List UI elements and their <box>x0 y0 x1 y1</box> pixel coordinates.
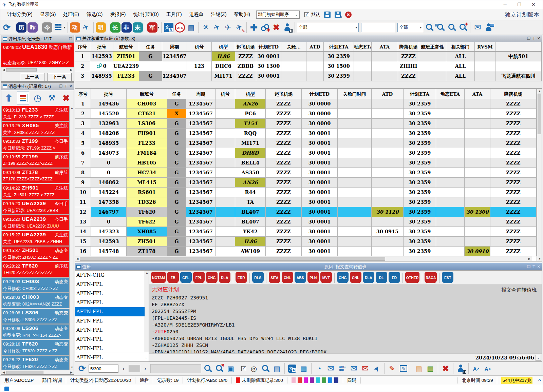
message-type-button[interactable]: NOTAM <box>151 272 166 283</box>
message-type-button[interactable]: RLS <box>252 272 264 283</box>
cell[interactable]: BELL4 <box>235 158 266 168</box>
cell[interactable]: YK42 <box>235 227 266 237</box>
cell[interactable] <box>436 99 465 109</box>
message-item[interactable]: 09:13:33ZT199今日手今日新记录: ZT199: ZZZZ > <box>1 137 70 152</box>
cell[interactable]: 149436 <box>91 99 127 109</box>
cell[interactable]: G <box>167 197 186 207</box>
cell[interactable]: 飞龙通航在四川 <box>495 71 542 81</box>
message-item[interactable]: 09:15:27UEA2239关注航关注: UEA2239: ZBBB > ZH… <box>1 231 70 246</box>
column-header[interactable]: ATD <box>306 42 324 52</box>
cell[interactable]: ZZZZ <box>266 148 302 158</box>
table-row[interactable]: 3132963LS306G1234567T154ZZZZ30 000030 23… <box>75 119 537 129</box>
message-type-button[interactable]: DL <box>376 272 387 283</box>
cell[interactable] <box>372 188 404 197</box>
scroll-right-icon[interactable]: ▶ <box>69 371 74 374</box>
chg-fpl-icon[interactable]: CHG FPL <box>337 363 347 374</box>
cell[interactable] <box>372 247 404 256</box>
cell[interactable] <box>465 138 490 148</box>
printer-icon[interactable]: ▦ <box>299 363 309 374</box>
cell[interactable] <box>436 129 465 138</box>
cell[interactable]: 7 <box>75 158 91 168</box>
cell[interactable] <box>216 217 235 227</box>
cell[interactable] <box>495 61 542 71</box>
table-row[interactable]: 130TF622G1234567BL407ZZZZ30 000130 2359Z… <box>75 217 537 227</box>
cell[interactable]: R44 <box>235 188 266 197</box>
cell[interactable] <box>187 71 212 81</box>
crosshair-icon[interactable]: ◎ <box>249 363 259 374</box>
cell[interactable]: ZZZZ <box>266 237 302 247</box>
cell[interactable] <box>436 178 465 188</box>
edit-document-icon[interactable]: ✎ <box>398 363 409 374</box>
search-icon[interactable] <box>203 363 213 374</box>
cell[interactable] <box>475 61 495 71</box>
cell[interactable]: 4 <box>75 129 91 138</box>
cell[interactable]: G <box>167 168 186 178</box>
column-header[interactable]: 周期 <box>186 89 216 99</box>
cell[interactable]: 13 <box>75 217 91 227</box>
cell[interactable]: ZZZZ <box>266 207 302 217</box>
table-row[interactable]: 4148206FH901G1234567RQQZZZZ30 000130 235… <box>75 129 537 138</box>
cell[interactable] <box>354 52 372 61</box>
cell[interactable]: 3 <box>75 71 90 81</box>
message-type-button[interactable]: CNL <box>350 272 361 283</box>
cell[interactable] <box>338 237 372 247</box>
cell[interactable] <box>216 247 235 256</box>
cell[interactable]: ZHHH <box>398 61 419 71</box>
cell[interactable]: 132963 <box>91 119 127 129</box>
menu-dispatch[interactable]: 发报(F) <box>107 10 129 19</box>
cell[interactable]: 1234567 <box>162 71 187 81</box>
translate-icon[interactable]: 文A <box>164 22 174 33</box>
message-item[interactable]: 09:15:20UEA2239今日手今日新记录: UEA2239: ZBBB <box>1 199 70 215</box>
cell[interactable]: ZZZZ <box>266 109 302 119</box>
duty-list-item[interactable]: AFTN-FPL <box>75 326 145 335</box>
history-plan-button[interactable]: 历 <box>16 22 26 33</box>
table-row[interactable]: 20UEA2239123DHC6ZBBB30 130030 1500ZHHHAL… <box>75 61 542 71</box>
table-row[interactable]: 15142593ZH501G1234567IL86ZZZZ30 000130 2… <box>75 237 537 247</box>
menu-process[interactable]: 处理(E) <box>60 10 82 19</box>
font-enlarge-icon[interactable]: A↗ <box>471 363 481 374</box>
cell[interactable]: RQQ <box>235 129 266 138</box>
cell[interactable]: 146797 <box>91 207 127 217</box>
cell[interactable]: 146862 <box>91 178 127 188</box>
column-header[interactable]: ATD <box>372 89 404 99</box>
cell[interactable] <box>162 61 187 71</box>
search-icon[interactable] <box>260 363 270 374</box>
menu-display[interactable]: 显示(S) <box>37 10 59 19</box>
cell[interactable] <box>372 52 398 61</box>
column-header[interactable]: 航班正常性 <box>419 42 446 52</box>
tomorrow-plan-button[interactable]: 明 <box>96 22 106 33</box>
message-type-button[interactable]: DLA <box>363 272 374 283</box>
record-counter-input[interactable] <box>89 365 118 373</box>
column-header[interactable]: 动态ETA <box>436 89 465 99</box>
cell[interactable]: LS306 <box>127 119 167 129</box>
menu-help[interactable]: 帮助(H) <box>231 10 254 19</box>
cell[interactable] <box>436 148 465 158</box>
cell[interactable] <box>216 119 235 129</box>
cell[interactable]: 30 2359 <box>404 188 436 197</box>
cell[interactable]: 1234567 <box>186 158 216 168</box>
cell[interactable]: 148935 <box>91 138 127 148</box>
cell[interactable]: ZZZZ <box>266 178 302 188</box>
cell[interactable]: 30 2359 <box>404 138 436 148</box>
cell[interactable]: 30 2359 <box>404 237 436 247</box>
cell[interactable] <box>216 178 235 188</box>
cell[interactable]: FH901 <box>127 129 167 138</box>
cell[interactable]: 0 <box>91 217 127 227</box>
clock-icon[interactable]: ◷ <box>31 92 43 104</box>
paper-plane-icon[interactable]: ✈ <box>81 22 91 33</box>
cell[interactable] <box>216 148 235 158</box>
message-item[interactable]: 09:28:22TF620动态变今日修改: TF620: ZZZZ > ZZ <box>1 355 70 370</box>
cell[interactable] <box>338 99 372 109</box>
cell[interactable]: 145520 <box>91 109 127 119</box>
cell[interactable]: 142593 <box>91 237 127 247</box>
cell[interactable]: CT621 <box>127 109 167 119</box>
search-input[interactable] <box>361 23 395 32</box>
cell[interactable]: 30 0001 <box>302 158 338 168</box>
cell[interactable]: 16 <box>75 247 91 256</box>
column-header[interactable]: 计划ETD <box>302 89 338 99</box>
restore-icon[interactable]: ❐ <box>527 36 530 41</box>
cell[interactable]: 0 <box>91 158 127 168</box>
cell[interactable] <box>372 119 404 129</box>
cell[interactable]: 30 0000 <box>302 119 338 129</box>
cell[interactable] <box>338 178 372 188</box>
